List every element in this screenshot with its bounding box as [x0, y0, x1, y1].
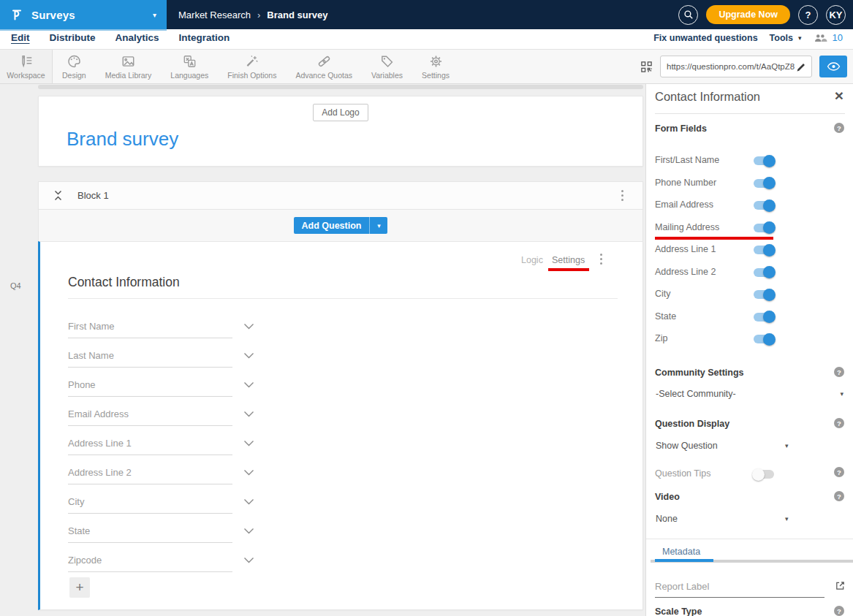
- chevron-down-icon[interactable]: [243, 411, 254, 417]
- toggle-switch[interactable]: [754, 268, 774, 277]
- edit-url-pencil-icon[interactable]: [796, 61, 807, 72]
- question-menu-icon[interactable]: [599, 252, 604, 266]
- help-icon[interactable]: ?: [834, 491, 844, 501]
- video-select[interactable]: None: [656, 514, 678, 524]
- wand-icon: [244, 54, 259, 69]
- form-field-row[interactable]: Address Line 2: [68, 458, 232, 487]
- fix-unwanted-questions-link[interactable]: Fix unwanted questions: [653, 33, 757, 43]
- help-icon[interactable]: ?: [834, 418, 844, 428]
- chevron-down-icon[interactable]: [243, 352, 254, 359]
- question-code: Q4: [10, 281, 21, 290]
- block-menu-icon[interactable]: [620, 189, 625, 202]
- chevron-down-icon[interactable]: [243, 498, 254, 505]
- form-field-row[interactable]: State: [68, 517, 232, 546]
- chevron-down-icon[interactable]: [243, 528, 254, 534]
- open-in-new-icon[interactable]: [835, 580, 846, 591]
- form-field-label: Address Line 2: [68, 467, 132, 478]
- toggle-switch[interactable]: [754, 201, 774, 210]
- block-title[interactable]: Block 1: [77, 190, 109, 201]
- add-logo-button[interactable]: Add Logo: [313, 104, 368, 121]
- annotation-underline: [548, 268, 589, 271]
- collapse-block-icon[interactable]: [53, 190, 63, 201]
- form-field-row[interactable]: Last Name: [68, 341, 232, 370]
- search-button[interactable]: [678, 5, 698, 25]
- breadcrumb-separator-icon: ›: [257, 9, 260, 20]
- tab-logic[interactable]: Logic: [521, 255, 543, 265]
- form-field-row[interactable]: First Name: [68, 312, 232, 341]
- chevron-down-icon: ▾: [153, 11, 156, 19]
- add-row-button[interactable]: +: [69, 577, 90, 598]
- tools-menu[interactable]: Tools ▾: [770, 33, 802, 43]
- help-icon[interactable]: ?: [834, 367, 844, 377]
- chevron-down-icon[interactable]: [243, 557, 254, 563]
- form-field-row[interactable]: Address Line 1: [68, 429, 232, 458]
- toggle-label: Address Line 1: [655, 244, 716, 254]
- question-title[interactable]: Contact Information: [68, 275, 180, 290]
- survey-url-input[interactable]: [667, 62, 797, 71]
- toggle-switch[interactable]: [754, 179, 774, 188]
- help-button[interactable]: ?: [798, 5, 818, 25]
- add-question-dropdown[interactable]: ▾: [369, 217, 387, 234]
- form-field-row[interactable]: City: [68, 487, 232, 517]
- form-field-row[interactable]: Zipcode: [68, 546, 232, 575]
- chevron-down-icon[interactable]: [243, 440, 254, 446]
- community-select[interactable]: -Select Community-: [656, 389, 736, 399]
- chevron-down-icon[interactable]: [243, 381, 254, 388]
- toggle-row: Address Line 2: [655, 262, 845, 284]
- toolbar-item-advance-quotas[interactable]: Advance Quotas: [286, 50, 362, 83]
- toggle-switch[interactable]: [754, 290, 774, 299]
- toolbar-item-design[interactable]: Design: [53, 50, 96, 83]
- toolbar-item-label: Design: [62, 71, 86, 80]
- chevron-down-icon[interactable]: ▾: [785, 442, 789, 449]
- question-settings-panel: Contact Information × Form Fields ? Firs…: [645, 84, 853, 616]
- preview-button[interactable]: [819, 56, 847, 77]
- canvas-scrollbar[interactable]: [38, 85, 643, 89]
- toolbar-item-label: Languages: [170, 71, 208, 80]
- toggle-switch[interactable]: [754, 470, 774, 479]
- report-label-input[interactable]: [655, 581, 824, 598]
- collaborators[interactable]: 10: [814, 32, 843, 43]
- workspace-icon: [18, 54, 34, 69]
- toggle-label: Phone Number: [655, 178, 716, 188]
- tab-analytics[interactable]: Analytics: [115, 32, 159, 45]
- help-icon[interactable]: ?: [834, 467, 844, 477]
- toolbar-item-finish-options[interactable]: Finish Options: [218, 50, 286, 83]
- toggle-label: Address Line 2: [655, 267, 716, 277]
- add-question-button[interactable]: Add Question: [294, 217, 370, 234]
- chevron-down-icon[interactable]: [243, 469, 254, 476]
- survey-title[interactable]: Brand survey: [67, 128, 178, 151]
- help-icon[interactable]: ?: [834, 123, 844, 133]
- chevron-down-icon[interactable]: [243, 323, 254, 330]
- breadcrumb-parent[interactable]: Market Research: [178, 9, 251, 20]
- scale-type-heading: Scale Type: [655, 607, 702, 616]
- toggle-switch[interactable]: [754, 224, 774, 232]
- upgrade-button[interactable]: Upgrade Now: [706, 5, 790, 24]
- toolbar-item-languages[interactable]: Languages: [161, 50, 218, 83]
- tab-settings[interactable]: Settings: [552, 255, 585, 265]
- question-display-heading: Question Display: [655, 419, 729, 429]
- qr-code-icon[interactable]: [640, 61, 653, 73]
- toggle-switch[interactable]: [754, 313, 774, 322]
- question-display-select[interactable]: Show Question: [656, 441, 718, 451]
- close-icon[interactable]: ×: [835, 88, 843, 103]
- toggle-switch[interactable]: [754, 335, 774, 343]
- form-field-row[interactable]: Email Address: [68, 400, 232, 429]
- toolbar-item-media-library[interactable]: Media Library: [96, 50, 162, 83]
- tab-edit[interactable]: Edit: [11, 32, 30, 45]
- toolbar-item-variables[interactable]: Variables: [362, 50, 412, 83]
- form-field-row[interactable]: Phone: [68, 370, 232, 400]
- toggle-switch[interactable]: [754, 246, 774, 254]
- toggle-switch[interactable]: [754, 156, 774, 165]
- toolbar-item-workspace[interactable]: Workspace: [0, 50, 53, 83]
- chevron-down-icon[interactable]: ▾: [785, 515, 789, 522]
- form-field-label: Address Line 1: [68, 438, 132, 449]
- add-question-row: Add Question ▾: [38, 210, 643, 241]
- tab-distribute[interactable]: Distribute: [50, 32, 96, 45]
- help-icon[interactable]: ?: [834, 606, 844, 616]
- tab-metadata[interactable]: Metadata: [662, 547, 700, 557]
- tab-integration[interactable]: Integration: [179, 32, 230, 45]
- chevron-down-icon[interactable]: ▾: [840, 390, 843, 398]
- product-switcher[interactable]: Surveys ▾: [0, 0, 167, 29]
- toolbar-item-settings[interactable]: Settings: [412, 50, 459, 83]
- avatar[interactable]: KY: [826, 5, 846, 25]
